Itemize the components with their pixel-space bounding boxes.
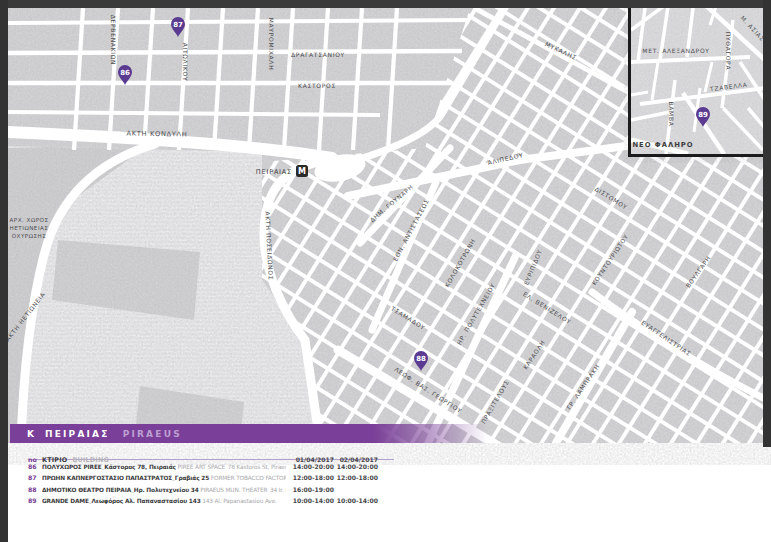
building-name: GRANDE DAME_Λεωφόρος Αλ. Παπαναστασίου 1… bbox=[42, 498, 286, 504]
column-building-english: BUILDING bbox=[72, 456, 108, 464]
legend-panel: Κ ΠΕΙΡΑΙΑΣ PIRAEUS no ΚΤΙΡΙΟ BUILDING 01… bbox=[10, 424, 530, 509]
building-name-english: FORMER TOBACCO FACTORY_ 25 Gravias bbox=[211, 475, 286, 481]
page-frame-right bbox=[763, 0, 771, 447]
building-name-greek: ΔΗΜΟΤΙΚΟ ΘΕΑΤΡΟ ΠΕΙΡΑΙΑ_Ηρ. Πολυτεχνείου… bbox=[42, 487, 199, 493]
svg-text:89: 89 bbox=[698, 111, 708, 119]
hours-day-1: 16:00-19:00 bbox=[286, 486, 334, 493]
row-number: 87 bbox=[28, 474, 42, 481]
building-name-english: 143 Al. Papanastasiou Ave. bbox=[202, 498, 277, 504]
table-row: 86 ΠΟΛΥΧΩΡΟΣ PIRÉE_Κάστορος 78, Πειραιάς… bbox=[28, 463, 390, 474]
svg-text:87: 87 bbox=[173, 21, 183, 29]
street-label: ΚΑΣΤΟΡΟΣ bbox=[298, 82, 336, 89]
inset-street-label: ΠΥΘΑΓΟΡΑ bbox=[725, 32, 732, 71]
street-label: ΔΕΡΒΕΝΑΚΙΩΝ bbox=[110, 15, 117, 66]
brochure-page: ΔΕΡΒΕΝΑΚΙΩΝΑΙΤΩΛΙΚΟΥΜΑΥΡΟΜΙΧΑΛΗΔΡΑΓΑΤΣΑΝ… bbox=[0, 0, 771, 542]
area-label: ΑΡΧ. ΧΩΡΟΣ bbox=[9, 217, 48, 223]
hours-day-1: 12:00-18:00 bbox=[286, 474, 334, 481]
hours-day-2: 10:00-14:00 bbox=[334, 497, 378, 504]
building-name-greek: ΠΡΩΗΝ ΚΑΠΝΕΡΓΟΣΤΑΣΙΟ ΠΑΠΑΣΤΡΑΤΟΣ_Γραβιάς… bbox=[42, 475, 209, 481]
column-no: no bbox=[28, 456, 42, 463]
building-table: no ΚΤΙΡΙΟ BUILDING 01/04/2017 02/04/2017 bbox=[28, 447, 390, 458]
street-label: ΜΑΥΡΟΜΙΧΑΛΗ bbox=[268, 18, 275, 71]
row-number: 86 bbox=[28, 463, 42, 470]
street-label: ΔΡΑΓΑΤΣΑΝΙΟΥ bbox=[291, 51, 345, 58]
svg-text:M: M bbox=[298, 167, 306, 176]
building-name-english: PIRÉE ART SPACE_78 Kastoros St, Piraeus bbox=[178, 464, 286, 470]
inset-street-label: ΒΑΜΒΑ bbox=[668, 101, 675, 126]
column-date-2: 02/04/2017 bbox=[334, 456, 378, 463]
area-label: ΟΧΥΡΩΣΗΣ bbox=[12, 233, 47, 239]
page-frame-top bbox=[0, 0, 771, 8]
hours-day-1: 10:00-14:00 bbox=[286, 497, 334, 504]
row-number: 89 bbox=[28, 497, 42, 504]
area-label: ΗΕΤΙΩΝΕΙΑΣ bbox=[10, 225, 49, 231]
inset-street-label: ΜΕΤ. ΑΛΕΞΑΝΔΡΟΥ bbox=[642, 47, 709, 54]
table-row: 89 GRANDE DAME_Λεωφόρος Αλ. Παπαναστασίο… bbox=[28, 497, 390, 508]
street-label: ΑΙΤΩΛΙΚΟΥ bbox=[182, 43, 189, 82]
svg-text:88: 88 bbox=[416, 355, 426, 363]
legend-title-english: PIRAEUS bbox=[123, 429, 182, 439]
table-header-row: no ΚΤΙΡΙΟ BUILDING 01/04/2017 02/04/2017 bbox=[28, 447, 390, 458]
street-label: ΑΚΤΗ ΚΟΝΔΥΛΗ bbox=[127, 129, 188, 138]
column-date-1: 01/04/2017 bbox=[286, 456, 334, 463]
inset-street-label: ΝΕΟ ΦΑΛΗΡΟ bbox=[632, 141, 693, 149]
hours-day-2: 12:00-18:00 bbox=[334, 474, 378, 481]
metro-station-label: ΠΕΙΡΑΙΑΣ bbox=[256, 168, 292, 176]
building-name-greek: GRANDE DAME_Λεωφόρος Αλ. Παπαναστασίου 1… bbox=[42, 498, 201, 504]
row-number: 88 bbox=[28, 486, 42, 493]
column-building-greek: ΚΤΙΡΙΟ bbox=[42, 456, 67, 464]
section-letter: Κ bbox=[27, 429, 34, 439]
table-row: 87 ΠΡΩΗΝ ΚΑΠΝΕΡΓΟΣΤΑΣΙΟ ΠΑΠΑΣΤΡΑΤΟΣ_Γραβ… bbox=[28, 474, 390, 485]
legend-header-bar: Κ ΠΕΙΡΑΙΑΣ PIRAEUS bbox=[10, 424, 488, 443]
building-name-greek: ΠΟΛΥΧΩΡΟΣ PIRÉE_Κάστορος 78, Πειραιάς bbox=[42, 464, 176, 470]
legend-title-greek: ΠΕΙΡΑΙΑΣ bbox=[45, 429, 110, 439]
building-name: ΠΟΛΥΧΩΡΟΣ PIRÉE_Κάστορος 78, Πειραιάς PI… bbox=[42, 464, 286, 470]
hours-day-1: 14:00-20:00 bbox=[286, 463, 334, 470]
hours-day-2: 14:00-20:00 bbox=[334, 463, 378, 470]
table-row: 88 ΔΗΜΟΤΙΚΟ ΘΕΑΤΡΟ ΠΕΙΡΑΙΑ_Ηρ. Πολυτεχνε… bbox=[28, 486, 390, 497]
building-name: ΔΗΜΟΤΙΚΟ ΘΕΑΤΡΟ ΠΕΙΡΑΙΑ_Ηρ. Πολυτεχνείου… bbox=[42, 487, 286, 493]
building-name-english: PIRAEUS MUN. THEATER_34 Ir. Polytechniou… bbox=[200, 487, 286, 493]
svg-text:86: 86 bbox=[120, 69, 130, 77]
building-rows: 86 ΠΟΛΥΧΩΡΟΣ PIRÉE_Κάστορος 78, Πειραιάς… bbox=[28, 463, 390, 509]
page-frame-left bbox=[0, 0, 8, 542]
building-name: ΠΡΩΗΝ ΚΑΠΝΕΡΓΟΣΤΑΣΙΟ ΠΑΠΑΣΤΡΑΤΟΣ_Γραβιάς… bbox=[42, 475, 286, 481]
